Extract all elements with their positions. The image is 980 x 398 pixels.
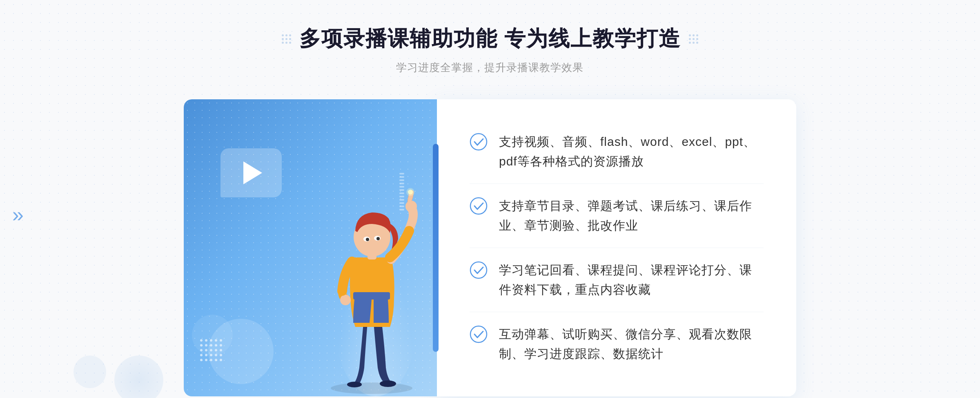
svg-rect-3 — [353, 292, 390, 300]
feature-text-3: 学习笔记回看、课程提问、课程评论打分、课件资料下载，重点内容收藏 — [499, 260, 764, 300]
vertical-separator — [433, 144, 439, 352]
svg-point-1 — [380, 380, 396, 387]
svg-point-8 — [366, 238, 369, 241]
svg-point-10 — [405, 201, 417, 212]
check-icon-1 — [470, 133, 488, 151]
feature-item-4: 互动弹幕、试听购买、微信分享、观看次数限制、学习进度跟踪、数据统计 — [470, 312, 764, 376]
person-illustration — [298, 151, 445, 396]
title-row: 多项录播课辅助功能 专为线上教学打造 — [282, 25, 698, 53]
feature-text-4: 互动弹幕、试听购买、微信分享、观看次数限制、学习进度跟踪、数据统计 — [499, 324, 764, 364]
svg-point-13 — [406, 188, 414, 196]
svg-point-17 — [470, 326, 487, 342]
svg-point-0 — [331, 382, 412, 394]
check-icon-4 — [470, 325, 488, 343]
svg-point-2 — [347, 382, 362, 387]
features-panel: 支持视频、音频、flash、word、excel、ppt、pdf等各种格式的资源… — [437, 99, 796, 396]
right-decoration — [689, 34, 698, 44]
right-dots — [689, 34, 698, 44]
deco-blob-2 — [74, 356, 106, 388]
feature-item-1: 支持视频、音频、flash、word、excel、ppt、pdf等各种格式的资源… — [470, 120, 764, 184]
left-dots — [282, 34, 291, 44]
svg-point-15 — [470, 198, 487, 214]
left-decoration — [282, 34, 291, 44]
page-container: » 多项录播课辅助功能 专为线上教学打造 学习进度全掌 — [0, 0, 980, 398]
subtitle: 学习进度全掌握，提升录播课教学效果 — [282, 60, 698, 75]
svg-point-16 — [470, 262, 487, 278]
svg-point-9 — [376, 237, 380, 240]
check-icon-3 — [470, 261, 488, 279]
svg-point-14 — [470, 134, 487, 150]
feature-text-1: 支持视频、音频、flash、word、excel、ppt、pdf等各种格式的资源… — [499, 132, 764, 171]
feature-item-2: 支持章节目录、弹题考试、课后练习、课后作业、章节测验、批改作业 — [470, 184, 764, 248]
left-chevron-icon: » — [0, 203, 24, 226]
main-title: 多项录播课辅助功能 专为线上教学打造 — [299, 25, 681, 53]
feature-text-2: 支持章节目录、弹题考试、课后练习、课后作业、章节测验、批改作业 — [499, 196, 764, 235]
play-triangle-icon — [243, 161, 262, 184]
content-section: 支持视频、音频、flash、word、excel、ppt、pdf等各种格式的资源… — [184, 99, 796, 396]
illustration-area — [184, 99, 437, 396]
deco-blob-1 — [114, 356, 163, 398]
svg-point-11 — [340, 295, 351, 305]
deco-dots-group — [200, 339, 222, 364]
play-bubble — [220, 148, 282, 197]
check-icon-2 — [470, 197, 488, 215]
feature-item-3: 学习笔记回看、课程提问、课程评论打分、课件资料下载，重点内容收藏 — [470, 248, 764, 312]
header-section: 多项录播课辅助功能 专为线上教学打造 学习进度全掌握，提升录播课教学效果 — [282, 25, 698, 75]
